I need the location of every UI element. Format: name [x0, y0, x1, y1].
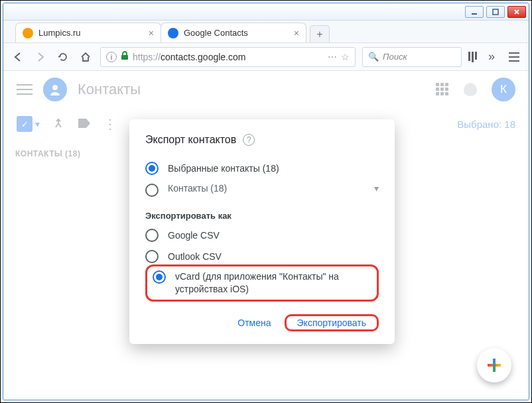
reader-icon[interactable]: ⋯: [328, 52, 337, 62]
window-maximize-button[interactable]: [486, 6, 505, 18]
option-label: Контакты (18): [168, 183, 227, 194]
export-contacts-dialog: Экспорт контактов ? Выбранные контакты (…: [129, 119, 395, 344]
help-icon[interactable]: ?: [243, 134, 255, 146]
radio-icon[interactable]: [153, 270, 166, 284]
format-vcard-option[interactable]: vCard (для приложения "Контакты" на устр…: [153, 269, 371, 297]
forward-icon[interactable]: [33, 49, 48, 65]
option-label: Outlook CSV: [168, 251, 222, 262]
svg-rect-0: [472, 13, 477, 15]
radio-icon[interactable]: [145, 250, 159, 263]
url-text: https://contacts.google.com: [133, 52, 245, 62]
format-google-csv-option[interactable]: Google CSV: [145, 225, 379, 246]
search-placeholder: Поиск: [383, 52, 407, 62]
svg-rect-4: [509, 56, 519, 58]
favicon-icon: [168, 28, 178, 38]
radio-icon[interactable]: [145, 162, 159, 175]
source-all-option[interactable]: Контакты (18) ▾: [145, 179, 379, 202]
dialog-title: Экспорт контактов: [145, 134, 236, 146]
chevron-down-icon: ▾: [374, 183, 379, 194]
tab-title: Google Contacts: [184, 28, 248, 38]
reload-icon[interactable]: [55, 49, 71, 65]
source-selected-option[interactable]: Выбранные контакты (18): [145, 158, 379, 179]
browser-tab-active[interactable]: Google Contacts ×: [161, 23, 306, 42]
window-minimize-button[interactable]: [465, 6, 484, 18]
menu-icon[interactable]: [506, 49, 522, 65]
tab-strip: Lumpics.ru × Google Contacts × +: [3, 21, 529, 43]
format-outlook-csv-option[interactable]: Outlook CSV: [145, 246, 379, 263]
window-titlebar: [3, 3, 529, 21]
back-icon[interactable]: [10, 49, 26, 65]
annotation-highlight: Экспортировать: [285, 314, 379, 331]
option-label: Google CSV: [168, 230, 220, 241]
option-label: Выбранные контакты (18): [168, 163, 279, 174]
radio-icon[interactable]: [145, 184, 159, 197]
overflow-icon[interactable]: »: [484, 49, 499, 65]
new-tab-button[interactable]: +: [310, 25, 330, 42]
window-close-button[interactable]: [507, 6, 526, 18]
home-icon[interactable]: [78, 49, 94, 65]
contacts-dropdown[interactable]: Контакты (18) ▾: [168, 183, 379, 198]
bookmark-star-icon[interactable]: ☆: [341, 52, 350, 62]
svg-rect-3: [509, 52, 519, 54]
create-contact-fab[interactable]: [477, 348, 511, 382]
svg-rect-1: [493, 9, 498, 15]
export-button[interactable]: Экспортировать: [291, 312, 373, 333]
search-icon: 🔍: [368, 52, 379, 62]
tab-close-icon[interactable]: ×: [294, 28, 299, 38]
tab-close-icon[interactable]: ×: [149, 28, 154, 38]
info-icon: i: [106, 52, 117, 62]
option-label: vCard (для приложения "Контакты" на устр…: [175, 270, 371, 296]
browser-tab[interactable]: Lumpics.ru ×: [15, 23, 161, 42]
annotation-highlight: vCard (для приложения "Контакты" на устр…: [145, 264, 379, 302]
favicon-icon: [23, 28, 33, 38]
url-bar[interactable]: i https://contacts.google.com ⋯ ☆: [100, 47, 356, 67]
svg-rect-5: [509, 60, 519, 62]
library-icon[interactable]: [468, 52, 477, 62]
cancel-button[interactable]: Отмена: [231, 312, 277, 333]
radio-icon[interactable]: [145, 229, 159, 242]
svg-rect-2: [121, 55, 128, 60]
export-as-label: Экспортировать как: [145, 211, 379, 221]
browser-toolbar: i https://contacts.google.com ⋯ ☆ 🔍 Поис…: [3, 43, 529, 71]
tab-title: Lumpics.ru: [38, 28, 81, 38]
search-bar[interactable]: 🔍 Поиск: [362, 47, 462, 67]
lock-icon: [121, 51, 129, 62]
